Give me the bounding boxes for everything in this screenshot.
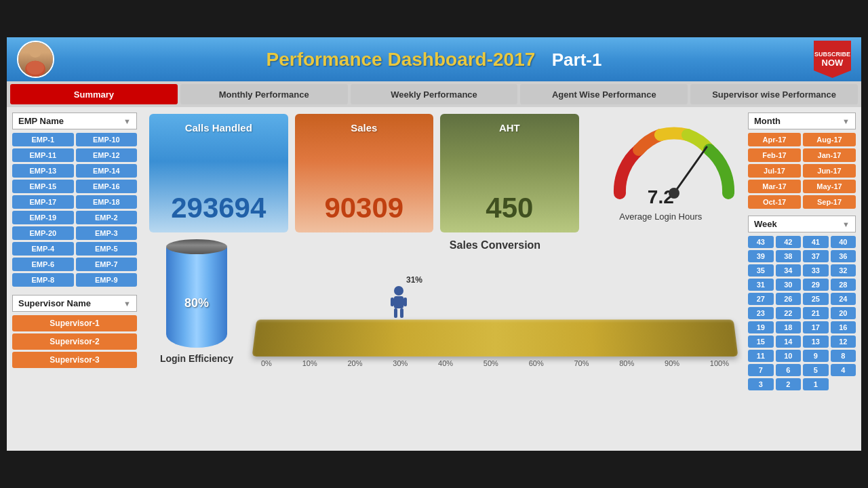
emp-filter-icon[interactable]: ▼ bbox=[123, 117, 131, 125]
week-button[interactable]: 37 bbox=[803, 250, 829, 262]
emp-button[interactable]: EMP-5 bbox=[76, 242, 138, 256]
week-button[interactable]: 22 bbox=[776, 307, 802, 319]
week-button[interactable]: 13 bbox=[803, 336, 829, 348]
week-button[interactable]: 14 bbox=[776, 336, 802, 348]
progress-track bbox=[252, 320, 738, 357]
week-button[interactable]: 23 bbox=[748, 307, 774, 319]
week-button[interactable]: 12 bbox=[831, 336, 856, 348]
month-button[interactable]: Mar-17 bbox=[748, 180, 801, 193]
emp-button[interactable]: EMP-4 bbox=[12, 242, 74, 256]
emp-button[interactable]: EMP-18 bbox=[76, 195, 138, 209]
supervisor-button[interactable]: Supervisor-2 bbox=[12, 333, 137, 350]
emp-button[interactable]: EMP-19 bbox=[12, 211, 74, 224]
week-button[interactable]: 26 bbox=[776, 293, 802, 305]
emp-button[interactable]: EMP-10 bbox=[76, 133, 138, 146]
emp-button[interactable]: EMP-8 bbox=[12, 273, 74, 287]
month-button[interactable]: Jul-17 bbox=[748, 164, 801, 178]
week-button[interactable]: 33 bbox=[803, 264, 829, 277]
tab-monthly[interactable]: Monthly Performance bbox=[180, 84, 348, 104]
dashboard-part: Part-1 bbox=[552, 49, 602, 70]
week-button[interactable]: 32 bbox=[831, 264, 856, 277]
emp-button[interactable]: EMP-14 bbox=[76, 164, 138, 178]
supervisor-button[interactable]: Supervisor-1 bbox=[12, 315, 137, 331]
week-button[interactable]: 7 bbox=[748, 364, 774, 376]
supervisor-filter-icon[interactable]: ▼ bbox=[123, 300, 131, 308]
person-icon bbox=[389, 285, 409, 319]
week-button[interactable]: 21 bbox=[803, 307, 829, 319]
emp-button[interactable]: EMP-2 bbox=[76, 211, 138, 224]
emp-button[interactable]: EMP-1 bbox=[12, 133, 74, 146]
emp-button[interactable]: EMP-12 bbox=[76, 148, 138, 162]
week-button[interactable]: 16 bbox=[831, 321, 856, 333]
week-button[interactable]: 1 bbox=[803, 378, 829, 390]
week-button[interactable]: 25 bbox=[803, 293, 829, 305]
week-button[interactable]: 18 bbox=[776, 321, 802, 333]
month-button[interactable]: Sep-17 bbox=[803, 195, 856, 209]
week-button[interactable]: 8 bbox=[831, 350, 856, 362]
week-filter-icon[interactable]: ▼ bbox=[842, 220, 850, 228]
emp-button[interactable]: EMP-17 bbox=[12, 195, 74, 209]
week-button[interactable]: 17 bbox=[803, 321, 829, 333]
week-button[interactable]: 5 bbox=[803, 364, 829, 376]
week-button[interactable]: 40 bbox=[831, 236, 856, 248]
week-button[interactable]: 20 bbox=[831, 307, 856, 319]
progress-section: 31% 0%10%20%30%40%50%60%70%80%90%100% bbox=[254, 279, 736, 367]
progress-label: 20% bbox=[347, 359, 362, 367]
week-button[interactable]: 3 bbox=[748, 378, 774, 390]
week-grid: 4342414039383736353433323130292827262524… bbox=[748, 236, 856, 390]
emp-button[interactable]: EMP-16 bbox=[76, 180, 138, 193]
week-button[interactable]: 42 bbox=[776, 236, 802, 248]
week-button[interactable]: 31 bbox=[748, 279, 774, 291]
week-button[interactable]: 9 bbox=[803, 350, 829, 362]
emp-button[interactable]: EMP-9 bbox=[76, 273, 138, 287]
svg-rect-6 bbox=[394, 296, 403, 308]
emp-button[interactable]: EMP-7 bbox=[76, 258, 138, 271]
week-button[interactable]: 6 bbox=[776, 364, 802, 376]
progress-label: 90% bbox=[665, 359, 679, 367]
week-button[interactable]: 30 bbox=[776, 279, 802, 291]
week-button[interactable]: 36 bbox=[831, 250, 856, 262]
tab-agent[interactable]: Agent Wise Performance bbox=[520, 84, 688, 104]
tab-summary[interactable]: Summary bbox=[10, 84, 178, 104]
week-button[interactable]: 15 bbox=[748, 336, 774, 348]
month-button[interactable]: May-17 bbox=[803, 180, 856, 193]
week-button[interactable]: 24 bbox=[831, 293, 856, 305]
month-filter-icon[interactable]: ▼ bbox=[842, 117, 850, 125]
month-button[interactable]: Jun-17 bbox=[803, 164, 856, 178]
left-panel: EMP Name ▼ EMP-1EMP-10EMP-11EMP-12EMP-13… bbox=[7, 107, 142, 451]
supervisor-button[interactable]: Supervisor-3 bbox=[12, 352, 137, 368]
emp-button[interactable]: EMP-15 bbox=[12, 180, 74, 193]
emp-button[interactable]: EMP-20 bbox=[12, 226, 74, 240]
conversion-percent: 31% bbox=[406, 275, 422, 285]
week-button[interactable]: 29 bbox=[803, 279, 829, 291]
week-button[interactable]: 35 bbox=[748, 264, 774, 277]
supervisor-filter-header: Supervisor Name ▼ bbox=[12, 295, 137, 312]
supervisor-list: Supervisor-1Supervisor-2Supervisor-3 bbox=[12, 315, 137, 368]
week-button[interactable]: 27 bbox=[748, 293, 774, 305]
tab-weekly[interactable]: Weekly Performance bbox=[351, 84, 518, 104]
emp-button[interactable]: EMP-6 bbox=[12, 258, 74, 271]
week-button[interactable]: 11 bbox=[748, 350, 774, 362]
subscribe-badge[interactable]: SUBSCRIBE NOW bbox=[814, 41, 851, 78]
week-button[interactable]: 28 bbox=[831, 279, 856, 291]
week-button[interactable]: 38 bbox=[776, 250, 802, 262]
week-button[interactable]: 4 bbox=[831, 364, 856, 376]
month-button[interactable]: Apr-17 bbox=[748, 133, 801, 146]
month-button[interactable]: Aug-17 bbox=[803, 133, 856, 146]
week-button[interactable]: 2 bbox=[776, 378, 802, 390]
emp-button[interactable]: EMP-11 bbox=[12, 148, 74, 162]
emp-button[interactable]: EMP-3 bbox=[76, 226, 138, 240]
month-button[interactable]: Oct-17 bbox=[748, 195, 801, 209]
week-button[interactable]: 39 bbox=[748, 250, 774, 262]
emp-button[interactable]: EMP-13 bbox=[12, 164, 74, 178]
svg-rect-8 bbox=[400, 308, 403, 318]
week-button[interactable]: 10 bbox=[776, 350, 802, 362]
main-dashboard: Calls Handled 293694 Sales 90309 AHT 450 bbox=[142, 107, 743, 451]
month-button[interactable]: Jan-17 bbox=[803, 148, 856, 162]
week-button[interactable]: 19 bbox=[748, 321, 774, 333]
month-button[interactable]: Feb-17 bbox=[748, 148, 801, 162]
week-button[interactable]: 34 bbox=[776, 264, 802, 277]
week-button[interactable]: 41 bbox=[803, 236, 829, 248]
week-button[interactable]: 43 bbox=[748, 236, 774, 248]
tab-supervisor[interactable]: Supervisor wise Performance bbox=[690, 84, 858, 104]
